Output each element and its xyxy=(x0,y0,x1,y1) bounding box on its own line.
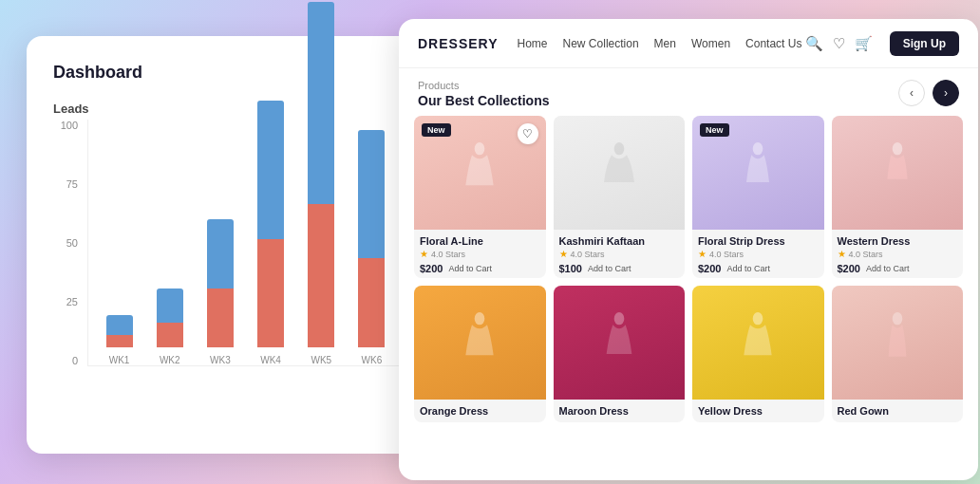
product-name-kashmiri-kaftaan: Kashmiri Kaftaan xyxy=(559,235,680,247)
product-image-floral-strip-dress: New xyxy=(692,116,824,230)
wishlist-button-floral-aline[interactable]: ♡ xyxy=(518,123,538,144)
products-header: Products Our Best Collections ‹ › xyxy=(399,68,978,116)
product-info-orange-dress: Orange Dress xyxy=(414,400,546,422)
bar-blue-wk1 xyxy=(106,315,133,335)
product-name-orange-dress: Orange Dress xyxy=(420,405,540,417)
nav-contact[interactable]: Contact Us xyxy=(745,37,801,50)
wishlist-icon[interactable]: ♡ xyxy=(833,35,845,52)
star-icon: ★ xyxy=(838,249,846,259)
bar-blue-wk6 xyxy=(358,130,385,258)
product-info-yellow-dress: Yellow Dress xyxy=(692,400,824,422)
bar-salmon-wk2 xyxy=(157,323,183,347)
product-info-floral-strip-dress: Floral Strip Dress★4.0 Stars$200Add to C… xyxy=(692,230,824,278)
nav-icons: 🔍 ♡ 🛒 Sign Up xyxy=(805,31,959,56)
product-name-floral-strip-dress: Floral Strip Dress xyxy=(698,235,819,247)
product-name-floral-aline: Floral A-Line xyxy=(420,235,540,247)
cart-icon[interactable]: 🛒 xyxy=(855,35,873,52)
search-icon[interactable]: 🔍 xyxy=(805,35,823,52)
product-pricing-kashmiri-kaftaan: $100Add to Cart xyxy=(559,263,680,274)
product-stars-floral-strip-dress: ★4.0 Stars xyxy=(698,249,819,259)
new-badge-floral-aline: New xyxy=(422,123,451,137)
add-to-cart-western-dress[interactable]: Add to Cart xyxy=(866,264,910,273)
product-image-western-dress xyxy=(832,116,964,230)
svg-point-6 xyxy=(753,312,763,325)
product-stars-floral-aline: ★4.0 Stars xyxy=(420,249,540,259)
stars-text: 4.0 Stars xyxy=(849,250,883,259)
product-name-yellow-dress: Yellow Dress xyxy=(698,405,819,417)
product-price-western-dress: $200 xyxy=(838,263,860,274)
bar-salmon-wk5 xyxy=(308,204,334,347)
bar-blue-wk3 xyxy=(207,219,234,289)
signup-button[interactable]: Sign Up xyxy=(890,31,959,56)
product-card-western-dress: Western Dress★4.0 Stars$200Add to Cart xyxy=(832,116,964,278)
add-to-cart-floral-aline[interactable]: Add to Cart xyxy=(448,264,492,273)
product-price-kashmiri-kaftaan: $100 xyxy=(559,263,582,274)
bar-group-wk6: WK6 xyxy=(352,130,391,365)
svg-point-2 xyxy=(753,142,763,155)
product-image-red-gown xyxy=(832,286,964,400)
bar-label-wk1: WK1 xyxy=(109,355,130,365)
chart-container: Leads 100 75 50 25 0 WK1WK2WK3WK4WK5WK6 xyxy=(53,102,399,424)
product-price-floral-strip-dress: $200 xyxy=(698,263,721,274)
y-label-0: 0 xyxy=(72,355,78,366)
bar-group-wk1: WK1 xyxy=(100,315,139,365)
product-name-maroon-dress: Maroon Dress xyxy=(559,405,680,417)
bar-salmon-wk4 xyxy=(257,239,284,347)
chart-area: WK1WK2WK3WK4WK5WK6 xyxy=(87,120,399,366)
y-label-75: 75 xyxy=(66,178,78,190)
product-card-floral-aline: New♡Floral A-Line★4.0 Stars$200Add to Ca… xyxy=(414,116,546,278)
nav-links: Home New Collection Men Women Contact Us xyxy=(518,37,805,50)
bar-stack-wk6 xyxy=(358,130,385,347)
bar-salmon-wk3 xyxy=(207,289,234,347)
bar-group-wk4: WK4 xyxy=(252,101,291,365)
next-arrow-button[interactable]: › xyxy=(933,80,959,106)
products-label-group: Products Our Best Collections xyxy=(418,80,549,108)
product-info-maroon-dress: Maroon Dress xyxy=(554,400,686,422)
nav-home[interactable]: Home xyxy=(518,37,548,50)
bar-stack-wk1 xyxy=(106,315,133,347)
product-pricing-floral-strip-dress: $200Add to Cart xyxy=(698,263,819,274)
bar-group-wk5: WK5 xyxy=(302,2,341,365)
add-to-cart-kashmiri-kaftaan[interactable]: Add to Cart xyxy=(588,264,631,273)
nav-women[interactable]: Women xyxy=(691,37,730,50)
svg-point-3 xyxy=(892,142,902,155)
star-icon: ★ xyxy=(420,249,428,259)
bar-salmon-wk1 xyxy=(106,335,133,347)
product-stars-kashmiri-kaftaan: ★4.0 Stars xyxy=(559,249,680,259)
star-icon: ★ xyxy=(698,249,707,259)
product-info-floral-aline: Floral A-Line★4.0 Stars$200Add to Cart xyxy=(414,230,546,278)
chart-y-labels: 100 75 50 25 0 xyxy=(53,120,84,366)
svg-point-5 xyxy=(613,312,624,325)
y-label-25: 25 xyxy=(66,296,78,307)
nav-men[interactable]: Men xyxy=(654,37,676,50)
product-stars-western-dress: ★4.0 Stars xyxy=(838,249,958,259)
product-name-western-dress: Western Dress xyxy=(838,235,958,247)
shop-card: DRESSERY Home New Collection Men Women C… xyxy=(399,19,978,480)
nav-arrows: ‹ › xyxy=(898,80,959,106)
bar-blue-wk5 xyxy=(308,2,334,204)
product-name-red-gown: Red Gown xyxy=(838,405,958,417)
product-info-western-dress: Western Dress★4.0 Stars$200Add to Cart xyxy=(832,230,964,278)
shop-logo: DRESSERY xyxy=(418,36,499,51)
products-grid: New♡Floral A-Line★4.0 Stars$200Add to Ca… xyxy=(399,116,978,422)
product-pricing-western-dress: $200Add to Cart xyxy=(838,263,958,274)
product-card-yellow-dress: Yellow Dress xyxy=(692,286,824,422)
prev-arrow-button[interactable]: ‹ xyxy=(898,80,925,106)
product-image-maroon-dress xyxy=(554,286,686,400)
bar-group-wk2: WK2 xyxy=(150,289,189,365)
bar-salmon-wk6 xyxy=(358,258,385,347)
add-to-cart-floral-strip-dress[interactable]: Add to Cart xyxy=(726,264,770,273)
bar-stack-wk5 xyxy=(308,2,334,347)
product-info-red-gown: Red Gown xyxy=(832,400,964,422)
nav-new-collection[interactable]: New Collection xyxy=(563,37,639,50)
product-card-orange-dress: Orange Dress xyxy=(414,286,546,422)
product-card-maroon-dress: Maroon Dress xyxy=(554,286,686,422)
new-badge-floral-strip-dress: New xyxy=(700,123,729,137)
product-card-kashmiri-kaftaan: Kashmiri Kaftaan★4.0 Stars$100Add to Car… xyxy=(554,116,686,278)
stars-text: 4.0 Stars xyxy=(431,250,465,259)
svg-point-1 xyxy=(613,142,624,155)
stars-text: 4.0 Stars xyxy=(571,250,605,259)
svg-point-7 xyxy=(892,312,902,325)
product-price-floral-aline: $200 xyxy=(420,263,443,274)
svg-point-0 xyxy=(475,142,485,155)
